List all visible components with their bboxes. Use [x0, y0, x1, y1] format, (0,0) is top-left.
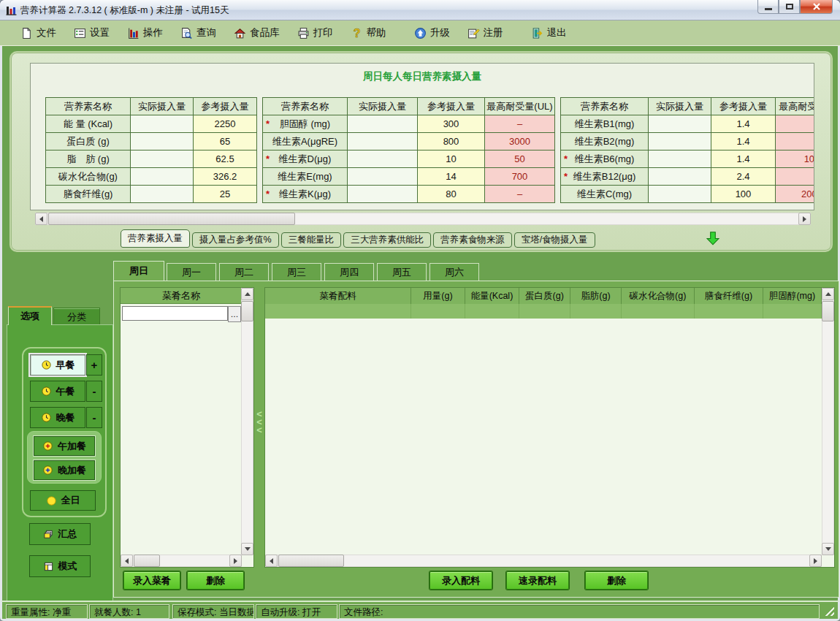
column-header: 碳水化合物(g): [622, 288, 695, 304]
scroll-right-button[interactable]: [809, 555, 822, 567]
scroll-up-button[interactable]: [822, 288, 834, 300]
toolbar-item-food-library[interactable]: 食品库: [234, 26, 280, 39]
dish-name-input[interactable]: [122, 306, 228, 321]
scroll-down-button[interactable]: [822, 543, 834, 555]
view-tab-food-sources[interactable]: 营养素食物来源: [433, 232, 512, 248]
toolbar-item-upgrade[interactable]: 升级: [414, 26, 450, 39]
toolbar-item-query[interactable]: 查询: [180, 26, 216, 39]
toolbar-item-settings[interactable]: 设置: [74, 26, 110, 39]
delete-ingredient-button[interactable]: 删除: [585, 571, 648, 590]
svg-text:?: ?: [353, 27, 360, 39]
dish-vertical-scrollbar[interactable]: [241, 288, 253, 555]
toolbar-item-register[interactable]: 注册: [467, 26, 503, 39]
panel-splitter[interactable]: < < <: [255, 287, 264, 568]
window-controls: [757, 0, 833, 14]
toolbar-item-exit[interactable]: 退出: [531, 26, 567, 39]
view-tab-intake-percent[interactable]: 摄入量占参考值%: [192, 232, 279, 248]
close-button[interactable]: [800, 0, 833, 14]
lunch-button[interactable]: 午餐: [30, 381, 85, 402]
table-row: 膳食纤维(g)25: [46, 186, 257, 203]
all-day-button[interactable]: 全日: [30, 490, 96, 511]
summary-title: 周日每人每日营养素摄入量: [31, 70, 814, 83]
summary-tables-area: 周日每人每日营养素摄入量 营养素名称实际摄入量参考摄入量 能 量 (Kcal)2…: [30, 63, 814, 210]
day-tab-thursday[interactable]: 周四: [324, 263, 374, 281]
dinner-button[interactable]: 晚餐: [30, 407, 85, 428]
lunch-remove-button[interactable]: -: [86, 381, 102, 402]
scroll-down-button[interactable]: [241, 543, 253, 555]
scrollbar-thumb[interactable]: [278, 555, 344, 567]
summary-button[interactable]: 汇总: [29, 523, 91, 545]
scroll-right-icon: [814, 558, 817, 564]
minimize-button[interactable]: [757, 0, 779, 14]
ingredient-horizontal-scrollbar[interactable]: [265, 555, 822, 567]
ingredient-vertical-scrollbar[interactable]: [822, 288, 834, 555]
toolbar-item-print[interactable]: 打印: [297, 26, 333, 39]
clock-plus-red-icon: [42, 441, 53, 452]
selected-ingredient-row[interactable]: [265, 304, 822, 319]
scroll-left-button[interactable]: [121, 555, 133, 567]
help-icon: ?: [351, 27, 363, 39]
vitamin-table-2: 营养素名称实际摄入量参考摄入量最高耐受量(UL) 维生素B1(mg)1.4 维生…: [560, 97, 814, 203]
quick-add-ingredient-button[interactable]: 速录配料: [506, 571, 569, 590]
day-tab-saturday[interactable]: 周六: [429, 263, 479, 281]
add-ingredient-button[interactable]: 录入配料: [429, 571, 492, 590]
scroll-down-arrow-icon[interactable]: [705, 230, 721, 246]
status-diner-count: 就餐人数: 1: [89, 604, 169, 619]
chart-icon: [127, 27, 140, 39]
dish-browse-button[interactable]: …: [228, 306, 241, 322]
sidebar-tab-category[interactable]: 分类: [53, 308, 100, 325]
scroll-right-button[interactable]: [798, 213, 811, 225]
table-row: 碳水化合物(g)326.2: [46, 168, 257, 186]
table-row: *维生素B12(μg)2.4: [561, 168, 815, 186]
scroll-left-button[interactable]: [35, 213, 47, 225]
close-icon: [812, 2, 821, 11]
view-tab-nutrient-intake[interactable]: 营养素摄入量: [121, 229, 190, 248]
sun-circle-icon: [46, 495, 57, 506]
table-row: 蛋白质 (g)65: [46, 133, 257, 151]
view-tab-meal-energy-ratio[interactable]: 三餐能量比: [281, 232, 342, 248]
summary-horizontal-scrollbar[interactable]: [35, 213, 811, 225]
dinner-extra-button[interactable]: 晚加餐: [34, 460, 95, 480]
delete-dish-button[interactable]: 删除: [187, 571, 244, 590]
column-header: 蛋白质(g): [519, 288, 570, 304]
maximize-button[interactable]: [779, 0, 800, 14]
scroll-down-icon: [245, 547, 251, 551]
day-tab-tuesday[interactable]: 周二: [219, 263, 269, 281]
status-file-path: 文件路径:: [339, 604, 820, 619]
day-tab-monday[interactable]: 周一: [167, 263, 216, 281]
mode-button[interactable]: 模式: [29, 555, 91, 577]
register-icon: [467, 27, 480, 39]
view-tab-pagoda-intake[interactable]: 宝塔/食物摄入量: [514, 232, 595, 248]
breakfast-add-button[interactable]: +: [86, 354, 102, 376]
window-resize-grip[interactable]: [822, 603, 834, 616]
sidebar-tab-options[interactable]: 选项: [8, 306, 52, 325]
toolbar-item-file[interactable]: 文件: [20, 26, 56, 39]
column-header: 脂肪(g): [570, 288, 622, 304]
dinner-remove-button[interactable]: -: [86, 407, 102, 428]
dish-list-panel: 菜肴名称 …: [120, 287, 254, 568]
scrollbar-thumb[interactable]: [134, 555, 160, 567]
scroll-up-button[interactable]: [241, 288, 253, 300]
toolbar-item-operations[interactable]: 操作: [127, 26, 163, 39]
view-tab-macro-energy-ratio[interactable]: 三大营养素供能比: [343, 232, 431, 248]
scrollbar-thumb[interactable]: [822, 301, 834, 321]
table-row: 脂 肪 (g)62.5: [46, 151, 257, 168]
scroll-right-button[interactable]: [229, 555, 242, 567]
dish-horizontal-scrollbar[interactable]: [121, 555, 242, 567]
lunch-extra-button[interactable]: 午加餐: [34, 436, 95, 456]
scrollbar-thumb[interactable]: [241, 301, 253, 321]
table-row: *维生素K(μg)80–: [263, 186, 555, 203]
scrollbar-thumb[interactable]: [48, 213, 295, 225]
table-row: *胆固醇 (mg)300–: [263, 115, 555, 133]
table-row: *维生素B6(mg)1.4100: [561, 151, 815, 168]
status-auto-update: 自动升级: 打开: [256, 604, 337, 619]
add-dish-button[interactable]: 录入菜肴: [123, 571, 180, 590]
toolbar-item-help[interactable]: ? 帮助: [351, 26, 386, 39]
scroll-right-icon: [234, 558, 237, 564]
day-tab-wednesday[interactable]: 周三: [272, 263, 321, 281]
macro-nutrient-table: 营养素名称实际摄入量参考摄入量 能 量 (Kcal)2250 蛋白质 (g)65…: [45, 97, 257, 203]
day-tab-friday[interactable]: 周五: [377, 263, 427, 281]
day-tab-sunday[interactable]: 周日: [113, 261, 164, 281]
breakfast-button[interactable]: 早餐: [30, 354, 85, 376]
scroll-left-button[interactable]: [265, 555, 278, 567]
